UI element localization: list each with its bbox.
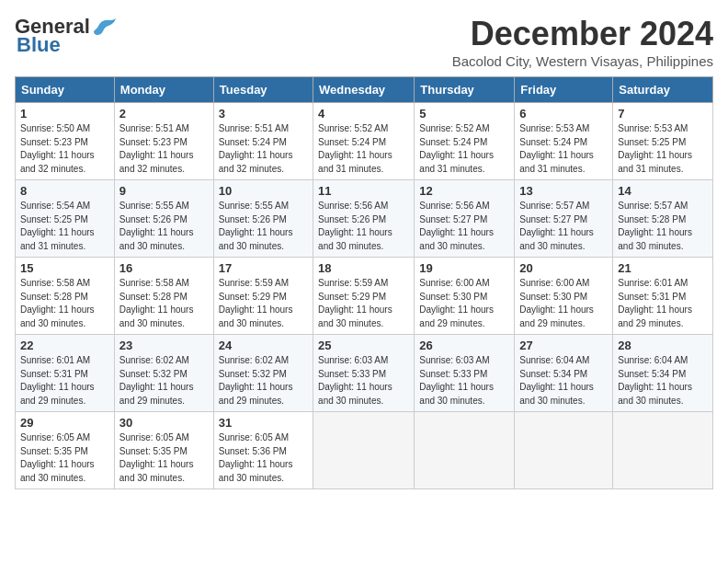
calendar-header-row: SundayMondayTuesdayWednesdayThursdayFrid… [16,77,713,103]
calendar-day: 28 Sunrise: 6:04 AM Sunset: 5:34 PM Dayl… [613,335,713,412]
calendar-day: 20 Sunrise: 6:00 AM Sunset: 5:30 PM Dayl… [515,258,613,335]
day-number: 6 [519,107,608,121]
day-info: Sunrise: 6:05 AM Sunset: 5:35 PM Dayligh… [119,431,209,485]
calendar-day: 24 Sunrise: 6:02 AM Sunset: 5:32 PM Dayl… [213,335,313,412]
day-info: Sunrise: 5:59 AM Sunset: 5:29 PM Dayligh… [219,277,308,330]
calendar-day: 4 Sunrise: 5:52 AM Sunset: 5:24 PM Dayli… [313,103,415,180]
day-info: Sunrise: 6:01 AM Sunset: 5:31 PM Dayligh… [618,277,708,330]
day-info: Sunrise: 5:58 AM Sunset: 5:28 PM Dayligh… [20,277,109,330]
calendar-day: 22 Sunrise: 6:01 AM Sunset: 5:31 PM Dayl… [16,335,115,412]
calendar-day: 23 Sunrise: 6:02 AM Sunset: 5:32 PM Dayl… [114,335,213,412]
calendar-day [415,412,515,489]
calendar-day: 15 Sunrise: 5:58 AM Sunset: 5:28 PM Dayl… [16,258,115,335]
day-number: 4 [318,107,409,121]
day-info: Sunrise: 5:59 AM Sunset: 5:29 PM Dayligh… [318,277,409,330]
day-info: Sunrise: 6:05 AM Sunset: 5:35 PM Dayligh… [20,431,109,485]
day-number: 21 [618,261,708,275]
calendar-day: 17 Sunrise: 5:59 AM Sunset: 5:29 PM Dayl… [213,258,313,335]
day-header-friday: Friday [515,77,613,103]
day-info: Sunrise: 5:56 AM Sunset: 5:26 PM Dayligh… [318,200,409,253]
day-number: 27 [519,339,608,352]
calendar-day: 12 Sunrise: 5:56 AM Sunset: 5:27 PM Dayl… [415,180,515,258]
day-info: Sunrise: 6:04 AM Sunset: 5:34 PM Dayligh… [618,354,708,408]
day-info: Sunrise: 5:53 AM Sunset: 5:25 PM Dayligh… [618,122,708,176]
calendar-day: 7 Sunrise: 5:53 AM Sunset: 5:25 PM Dayli… [613,103,713,180]
calendar-day: 5 Sunrise: 5:52 AM Sunset: 5:24 PM Dayli… [415,103,515,180]
day-number: 13 [519,184,608,198]
day-number: 29 [20,416,109,430]
calendar-table: SundayMondayTuesdayWednesdayThursdayFrid… [15,76,713,489]
calendar-day: 9 Sunrise: 5:55 AM Sunset: 5:26 PM Dayli… [114,180,213,258]
calendar-day: 19 Sunrise: 6:00 AM Sunset: 5:30 PM Dayl… [415,258,515,335]
day-header-tuesday: Tuesday [213,77,313,103]
day-info: Sunrise: 5:55 AM Sunset: 5:26 PM Dayligh… [219,200,308,253]
calendar-day: 11 Sunrise: 5:56 AM Sunset: 5:26 PM Dayl… [313,180,415,258]
calendar-day: 31 Sunrise: 6:05 AM Sunset: 5:36 PM Dayl… [213,412,313,489]
day-info: Sunrise: 6:00 AM Sunset: 5:30 PM Dayligh… [419,277,509,330]
calendar-week-row: 29 Sunrise: 6:05 AM Sunset: 5:35 PM Dayl… [16,412,713,489]
calendar-day: 1 Sunrise: 5:50 AM Sunset: 5:23 PM Dayli… [16,103,115,180]
calendar-day: 13 Sunrise: 5:57 AM Sunset: 5:27 PM Dayl… [515,180,613,258]
day-info: Sunrise: 5:57 AM Sunset: 5:28 PM Dayligh… [618,200,708,253]
day-number: 15 [20,261,109,275]
calendar-day: 2 Sunrise: 5:51 AM Sunset: 5:23 PM Dayli… [114,103,213,180]
day-number: 20 [519,261,608,275]
day-header-monday: Monday [114,77,213,103]
day-number: 24 [219,339,308,352]
day-number: 19 [419,261,509,275]
day-info: Sunrise: 5:54 AM Sunset: 5:25 PM Dayligh… [20,200,109,253]
day-number: 22 [20,339,109,352]
day-info: Sunrise: 5:57 AM Sunset: 5:27 PM Dayligh… [519,200,608,253]
day-header-thursday: Thursday [415,77,515,103]
calendar-week-row: 8 Sunrise: 5:54 AM Sunset: 5:25 PM Dayli… [16,180,713,258]
calendar-week-row: 15 Sunrise: 5:58 AM Sunset: 5:28 PM Dayl… [16,258,713,335]
calendar-day: 30 Sunrise: 6:05 AM Sunset: 5:35 PM Dayl… [114,412,213,489]
day-number: 31 [219,416,308,430]
day-info: Sunrise: 6:00 AM Sunset: 5:30 PM Dayligh… [519,277,608,330]
day-info: Sunrise: 6:03 AM Sunset: 5:33 PM Dayligh… [419,354,509,408]
page-header: General Blue December 2024 Bacolod City,… [15,15,713,69]
calendar-day: 18 Sunrise: 5:59 AM Sunset: 5:29 PM Dayl… [313,258,415,335]
day-number: 18 [318,261,409,275]
calendar-day: 16 Sunrise: 5:58 AM Sunset: 5:28 PM Dayl… [114,258,213,335]
calendar-day: 3 Sunrise: 5:51 AM Sunset: 5:24 PM Dayli… [213,103,313,180]
calendar-day: 14 Sunrise: 5:57 AM Sunset: 5:28 PM Dayl… [613,180,713,258]
calendar-day: 10 Sunrise: 5:55 AM Sunset: 5:26 PM Dayl… [213,180,313,258]
logo: General Blue [15,15,118,57]
day-info: Sunrise: 5:52 AM Sunset: 5:24 PM Dayligh… [419,122,509,176]
day-info: Sunrise: 6:01 AM Sunset: 5:31 PM Dayligh… [20,354,109,408]
day-number: 2 [119,107,209,121]
calendar-day: 26 Sunrise: 6:03 AM Sunset: 5:33 PM Dayl… [415,335,515,412]
day-info: Sunrise: 6:05 AM Sunset: 5:36 PM Dayligh… [219,431,308,485]
day-header-wednesday: Wednesday [313,77,415,103]
calendar-day: 27 Sunrise: 6:04 AM Sunset: 5:34 PM Dayl… [515,335,613,412]
day-info: Sunrise: 5:53 AM Sunset: 5:24 PM Dayligh… [519,122,608,176]
day-info: Sunrise: 6:02 AM Sunset: 5:32 PM Dayligh… [219,354,308,408]
day-number: 3 [219,107,308,121]
day-info: Sunrise: 5:52 AM Sunset: 5:24 PM Dayligh… [318,122,409,176]
day-header-sunday: Sunday [16,77,115,103]
day-number: 14 [618,184,708,198]
logo-blue: Blue [17,33,61,57]
calendar-day: 8 Sunrise: 5:54 AM Sunset: 5:25 PM Dayli… [16,180,115,258]
calendar-day [613,412,713,489]
location: Bacolod City, Western Visayas, Philippin… [452,53,713,69]
month-title: December 2024 [452,15,713,53]
day-number: 5 [419,107,509,121]
calendar-body: 1 Sunrise: 5:50 AM Sunset: 5:23 PM Dayli… [16,103,713,489]
day-number: 10 [219,184,308,198]
day-number: 7 [618,107,708,121]
day-number: 16 [119,261,209,275]
day-info: Sunrise: 6:03 AM Sunset: 5:33 PM Dayligh… [318,354,409,408]
day-number: 30 [119,416,209,430]
day-info: Sunrise: 5:56 AM Sunset: 5:27 PM Dayligh… [419,200,509,253]
day-header-saturday: Saturday [613,77,713,103]
calendar-day: 6 Sunrise: 5:53 AM Sunset: 5:24 PM Dayli… [515,103,613,180]
calendar-week-row: 22 Sunrise: 6:01 AM Sunset: 5:31 PM Dayl… [16,335,713,412]
calendar-week-row: 1 Sunrise: 5:50 AM Sunset: 5:23 PM Dayli… [16,103,713,180]
day-info: Sunrise: 5:51 AM Sunset: 5:24 PM Dayligh… [219,122,308,176]
day-number: 12 [419,184,509,198]
day-number: 1 [20,107,109,121]
day-info: Sunrise: 5:51 AM Sunset: 5:23 PM Dayligh… [119,122,209,176]
day-info: Sunrise: 5:55 AM Sunset: 5:26 PM Dayligh… [119,200,209,253]
